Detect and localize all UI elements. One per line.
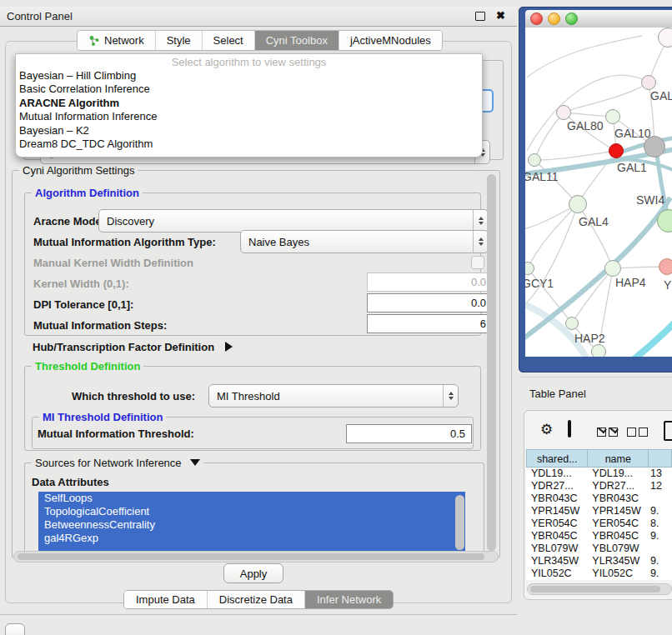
table-cell: 12 xyxy=(649,480,672,492)
zoom-traffic-light-icon[interactable] xyxy=(565,12,578,25)
table-header: shared... name xyxy=(526,449,672,468)
network-node[interactable] xyxy=(644,136,665,158)
network-node[interactable] xyxy=(569,195,587,213)
algorithm-popup-item[interactable]: Mutual Information Inference xyxy=(16,110,482,123)
algorithm-popup-placeholder: Select algorithm to view settings xyxy=(16,56,482,69)
apply-button[interactable]: Apply xyxy=(223,563,283,583)
mi-threshold-field[interactable]: 0.5 xyxy=(346,424,472,443)
mi-type-combobox[interactable]: Naive Bayes xyxy=(240,230,489,253)
table-horizontal-scrollbar[interactable] xyxy=(527,583,672,595)
hub-section-toggle[interactable]: Hub/Transcription Factor Definition xyxy=(33,339,233,354)
table-row[interactable]: YPR145WYPR145W9. xyxy=(526,505,672,518)
algorithm-popup-item[interactable]: Basic Correlation Inference xyxy=(16,82,482,96)
table-row[interactable]: YLR345WYLR345W9. xyxy=(526,555,672,568)
threshold-definition-title: Threshold Definition xyxy=(32,360,143,372)
network-node[interactable] xyxy=(565,317,579,330)
network-node-label: GAL80 xyxy=(567,119,604,132)
table-cell: YIL052C xyxy=(526,568,589,580)
kernel-width-label: Kernel Width (0,1): xyxy=(33,278,129,290)
data-attribute-item[interactable]: gal4RGexp xyxy=(38,532,465,545)
gear-icon[interactable]: ⚙ xyxy=(540,421,553,438)
which-threshold-combobox[interactable]: MI Threshold xyxy=(208,384,459,408)
data-attribute-item[interactable]: BetweennessCentrality xyxy=(38,518,465,532)
document-icon[interactable] xyxy=(664,421,672,441)
algorithm-popup-item[interactable]: Bayesian – K2 xyxy=(16,124,482,138)
minimize-traffic-light-icon[interactable] xyxy=(548,12,560,25)
network-window-titlebar[interactable] xyxy=(525,10,672,28)
column-header-name[interactable]: name xyxy=(588,449,649,468)
manual-kernel-label: Manual Kernel Width Definition xyxy=(33,257,193,269)
cyni-algorithm-settings-group: Cyni Algorithm Settings Algorithm Defini… xyxy=(12,170,500,558)
network-node[interactable] xyxy=(609,143,624,158)
data-attributes-list[interactable]: SelfLoopsTopologicalCoefficientBetweenne… xyxy=(38,492,465,554)
application-root: Control Panel ✖ gal-filtered.sif default… xyxy=(0,0,672,635)
close-icon[interactable]: ✖ xyxy=(496,9,505,22)
network-node[interactable] xyxy=(641,75,656,90)
tab-label: Impute Data xyxy=(136,593,195,606)
mi-type-label: Mutual Information Algorithm Type: xyxy=(33,236,216,248)
tab-label: jActiveMNodules xyxy=(350,34,431,47)
tab-cyni-toolbox[interactable]: Cyni Toolbox xyxy=(255,31,339,50)
network-node[interactable] xyxy=(591,344,606,357)
table-row[interactable]: YBL079WYBL079W xyxy=(526,542,672,555)
table-scrollbar-thumb[interactable] xyxy=(530,586,660,592)
network-node-label: HAP4 xyxy=(615,276,646,289)
control-panel-title: Control Panel xyxy=(7,10,73,22)
horizontal-scrollbar-thumb[interactable] xyxy=(18,553,484,560)
sources-toggle[interactable]: Sources for Network Inference xyxy=(32,457,203,469)
table-cell: 9. xyxy=(649,530,672,542)
settings-horizontal-scrollbar[interactable] xyxy=(13,551,499,562)
table-row[interactable]: YDR27...YDR27...12 xyxy=(526,480,672,492)
mi-threshold-value: 0.5 xyxy=(450,428,465,440)
mi-steps-label: Mutual Information Steps: xyxy=(33,319,167,332)
network-node[interactable] xyxy=(659,258,672,275)
network-node[interactable] xyxy=(658,28,672,48)
table-row[interactable]: YIL052CYIL052C9. xyxy=(526,568,672,580)
column-header-shared-name[interactable]: shared... xyxy=(526,449,588,468)
network-node[interactable] xyxy=(528,153,541,167)
collapse-panel-button[interactable] xyxy=(5,623,25,635)
data-attribute-item[interactable]: TopologicalCoefficient xyxy=(38,505,465,518)
close-traffic-light-icon[interactable] xyxy=(530,12,543,25)
tab-discretize-data[interactable]: Discretize Data xyxy=(208,591,305,608)
checked-boxes-icon[interactable] xyxy=(597,425,620,440)
table-row[interactable]: YDL19...YDL19...13 xyxy=(526,468,672,480)
manual-kernel-checkbox[interactable] xyxy=(471,256,484,269)
float-window-icon[interactable] xyxy=(475,12,485,21)
network-node[interactable] xyxy=(605,109,620,124)
algorithm-popup-list: Bayesian – Hill ClimbingBasic Correlatio… xyxy=(16,69,482,151)
tab-infer-network[interactable]: Infer Network xyxy=(305,591,393,608)
table-cell: YER054C xyxy=(589,518,649,530)
tab-select[interactable]: Select xyxy=(203,31,255,50)
network-node[interactable] xyxy=(604,260,621,277)
split-columns-icon[interactable] xyxy=(568,420,571,438)
tab-network[interactable]: Network xyxy=(78,31,156,50)
algorithm-popup-item[interactable]: Bayesian – Hill Climbing xyxy=(16,69,482,82)
tab-style[interactable]: Style xyxy=(156,31,203,50)
network-node-label: GAL10 xyxy=(614,127,651,140)
unchecked-boxes-icon[interactable] xyxy=(627,425,650,440)
mi-steps-field[interactable]: 6 xyxy=(367,314,493,333)
sources-group: Sources for Network Inference Data Attri… xyxy=(24,462,484,558)
algorithm-popup-item[interactable]: Dream8 DC_TDC Algorithm xyxy=(16,138,482,151)
combo-arrows-icon xyxy=(473,231,488,252)
kernel-width-field[interactable]: 0.0 xyxy=(367,272,493,292)
aracne-mode-combobox[interactable]: Discovery xyxy=(98,209,489,232)
dpi-tolerance-field[interactable]: 0.0 xyxy=(367,293,493,312)
algorithm-popup-item[interactable]: ARACNE Algorithm xyxy=(16,97,482,110)
tab-impute-data[interactable]: Impute Data xyxy=(124,591,208,608)
tab-jactivemnodules[interactable]: jActiveMNodules xyxy=(339,31,442,50)
network-node[interactable] xyxy=(556,105,571,120)
data-attribute-item[interactable]: SelfLoops xyxy=(38,492,465,505)
settings-vertical-scrollbar[interactable] xyxy=(487,174,496,551)
table-row[interactable]: YER054CYER054C8. xyxy=(526,518,672,530)
network-canvas[interactable]: GALGAL80GAL10GAL1GAL11GAL4SWI4GCY1HAP4YH… xyxy=(525,28,672,357)
attributes-list-scrollbar[interactable] xyxy=(455,495,464,550)
network-node-label: HAP2 xyxy=(574,332,605,345)
table-row[interactable]: YBR043CYBR043C xyxy=(526,492,672,505)
column-header-clipped[interactable] xyxy=(649,449,672,468)
table-row[interactable]: YBR045CYBR045C9. xyxy=(526,530,672,542)
mi-threshold-group-title: MI Threshold Definition xyxy=(39,411,166,423)
table-cell: 13 xyxy=(649,468,672,480)
control-panel-titlebar[interactable]: Control Panel ✖ xyxy=(0,7,517,27)
